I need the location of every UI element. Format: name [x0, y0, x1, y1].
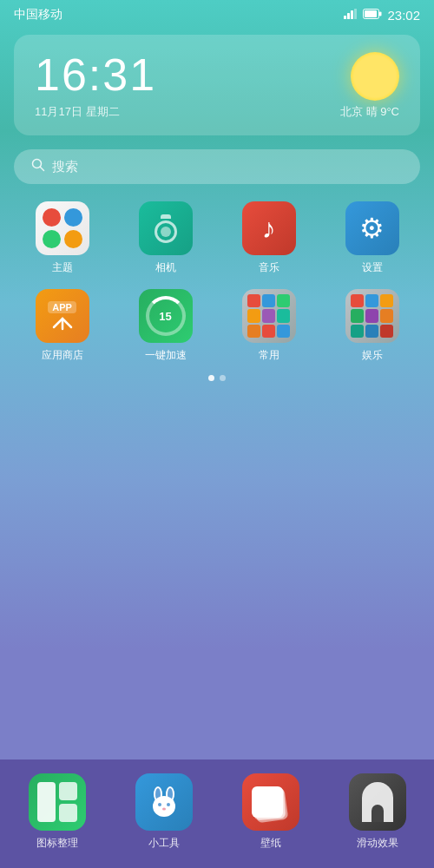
theme-circles-inner	[36, 201, 89, 255]
folder-cell	[365, 294, 378, 307]
folder-cell	[351, 325, 364, 338]
sun-icon	[351, 52, 399, 101]
dock-item-slide[interactable]: 滑动效果	[327, 773, 427, 851]
app-label-settings: 设置	[362, 260, 383, 275]
app-label-music: 音乐	[259, 260, 279, 275]
folder-cell	[262, 325, 275, 338]
folder-cell	[277, 309, 290, 322]
app-label-theme: 主题	[52, 260, 73, 275]
svg-rect-2	[351, 10, 353, 19]
weather-desc: 北京 晴 9°C	[340, 104, 399, 120]
appstore-icon-svg	[50, 315, 75, 331]
folder-cell	[247, 294, 260, 307]
widget-card: 16:31 11月17日 星期二 北京 晴 9°C	[14, 35, 420, 135]
og-big-cell	[37, 782, 56, 822]
folder-cell	[277, 325, 290, 338]
signal-icon	[344, 8, 358, 22]
svg-rect-6	[379, 12, 382, 16]
app-item-music[interactable]: ♪ 音乐	[220, 201, 317, 275]
folder-cell	[380, 294, 393, 307]
svg-rect-3	[354, 9, 357, 19]
camera-body	[155, 214, 177, 243]
folder-cell	[365, 325, 378, 338]
dock-icon-organize	[29, 773, 86, 831]
app-icon-theme	[36, 201, 89, 255]
entertainment-folder-grid	[351, 294, 394, 338]
dock-icon-tools	[135, 773, 193, 831]
time-label: 23:02	[387, 8, 420, 23]
svg-rect-1	[347, 13, 350, 19]
app-label-boost: 一键加速	[145, 348, 187, 363]
dock-item-wallpaper[interactable]: 壁纸	[220, 773, 320, 851]
camera-top	[161, 214, 171, 219]
bottom-dock: 图标整理 小工具	[0, 760, 434, 868]
slide-arch-inner	[372, 805, 384, 822]
svg-rect-0	[344, 16, 346, 19]
app-item-appstore[interactable]: APP 应用商店	[14, 289, 110, 363]
folder-cell	[247, 309, 260, 322]
svg-rect-5	[365, 10, 377, 17]
folder-cell	[262, 309, 275, 322]
page-dot-2[interactable]	[220, 375, 226, 381]
folder-cell	[380, 309, 393, 322]
app-icon-appstore: APP	[36, 289, 89, 343]
app-icon-music: ♪	[242, 201, 296, 255]
rabbit-icon	[148, 784, 180, 820]
dock-item-tools[interactable]: 小工具	[114, 773, 214, 851]
folder-cell	[351, 309, 364, 322]
app-item-settings[interactable]: ⚙ 设置	[324, 201, 420, 275]
dock-icon-wallpaper	[242, 773, 299, 831]
app-label-text: APP	[48, 301, 76, 313]
app-icon-boost: 15	[139, 289, 193, 343]
wallpaper-stack	[252, 783, 290, 821]
folder-cell	[365, 309, 378, 322]
dock-label-tools: 小工具	[148, 836, 180, 851]
app-icon-entertainment	[345, 289, 399, 343]
wallpaper-layer-front	[252, 786, 283, 818]
app-item-entertainment[interactable]: 娱乐	[324, 289, 420, 363]
svg-point-16	[167, 803, 170, 806]
boost-number: 15	[159, 310, 171, 323]
dock-item-organize[interactable]: 图标整理	[7, 773, 107, 851]
svg-line-8	[41, 168, 44, 171]
svg-point-17	[162, 808, 166, 811]
widget-time: 16:31	[35, 52, 156, 97]
battery-icon	[363, 8, 382, 22]
app-grid: 主题 相机 ♪ 音乐 ⚙	[14, 201, 420, 363]
og-cell	[59, 782, 77, 800]
search-icon	[31, 158, 45, 175]
app-item-boost[interactable]: 15 一键加速	[117, 289, 214, 363]
search-bar[interactable]: 搜索	[14, 149, 420, 184]
folder-cell	[277, 294, 290, 307]
folder-cell	[351, 294, 364, 307]
folder-cell	[247, 325, 260, 338]
music-note-icon: ♪	[262, 213, 276, 245]
folder-cell	[262, 294, 275, 307]
status-bar: 中国移动 23:02	[0, 0, 434, 26]
page-dot-1[interactable]	[208, 375, 214, 381]
app-label-common: 常用	[259, 348, 279, 363]
page-dots	[14, 375, 420, 381]
widget-left: 16:31 11月17日 星期二	[35, 52, 156, 120]
slide-arch	[362, 782, 393, 822]
app-label-appstore: 应用商店	[42, 348, 83, 363]
status-right: 23:02	[344, 8, 420, 23]
app-icon-common	[242, 289, 296, 343]
svg-point-15	[158, 803, 161, 806]
boost-ring: 15	[146, 296, 186, 336]
dock-icon-slide	[349, 773, 406, 831]
search-placeholder: 搜索	[52, 159, 78, 175]
dock-label-wallpaper: 壁纸	[260, 836, 281, 851]
app-label-camera: 相机	[155, 260, 176, 275]
camera-lens-inner	[161, 227, 171, 237]
app-item-common[interactable]: 常用	[220, 289, 317, 363]
camera-lens	[155, 220, 177, 243]
app-icon-camera	[139, 201, 193, 255]
svg-point-14	[153, 796, 175, 817]
dock-label-organize: 图标整理	[36, 836, 78, 851]
app-item-theme[interactable]: 主题	[14, 201, 110, 275]
organize-grid-inner	[29, 773, 86, 831]
app-label-entertainment: 娱乐	[362, 348, 383, 363]
app-item-camera[interactable]: 相机	[117, 201, 214, 275]
og-cell	[59, 804, 77, 822]
